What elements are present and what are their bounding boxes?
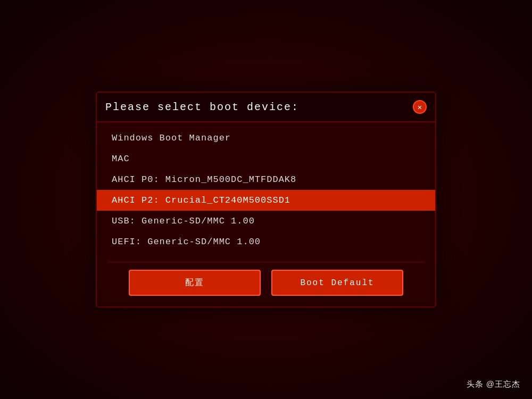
title-bar: Please select boot device: ✕ xyxy=(97,93,435,122)
button-row: 配置 Boot Default xyxy=(97,270,435,306)
configure-button[interactable]: 配置 xyxy=(129,270,261,296)
close-button[interactable]: ✕ xyxy=(413,100,427,114)
watermark: 头条 @王忘杰 xyxy=(467,379,520,389)
device-item-mac[interactable]: MAC xyxy=(97,148,435,169)
device-item-uefi-sd[interactable]: UEFI: Generic-SD/MMC 1.00 xyxy=(97,231,435,252)
device-item-windows-boot-manager[interactable]: Windows Boot Manager xyxy=(97,128,435,148)
device-item-ahci-p2[interactable]: AHCI P2: Crucial_CT240M500SSD1 xyxy=(97,190,435,211)
divider xyxy=(107,262,425,262)
background: Please select boot device: ✕ Windows Boo… xyxy=(0,0,532,399)
device-list: Windows Boot ManagerMACAHCI P0: Micron_M… xyxy=(97,122,435,257)
device-item-usb-sd[interactable]: USB: Generic-SD/MMC 1.00 xyxy=(97,211,435,231)
device-item-ahci-p0[interactable]: AHCI P0: Micron_M500DC_MTFDDAK8 xyxy=(97,169,435,190)
boot-device-dialog: Please select boot device: ✕ Windows Boo… xyxy=(96,92,436,307)
boot-default-button[interactable]: Boot Default xyxy=(271,270,403,296)
dialog-title: Please select boot device: xyxy=(105,101,299,113)
